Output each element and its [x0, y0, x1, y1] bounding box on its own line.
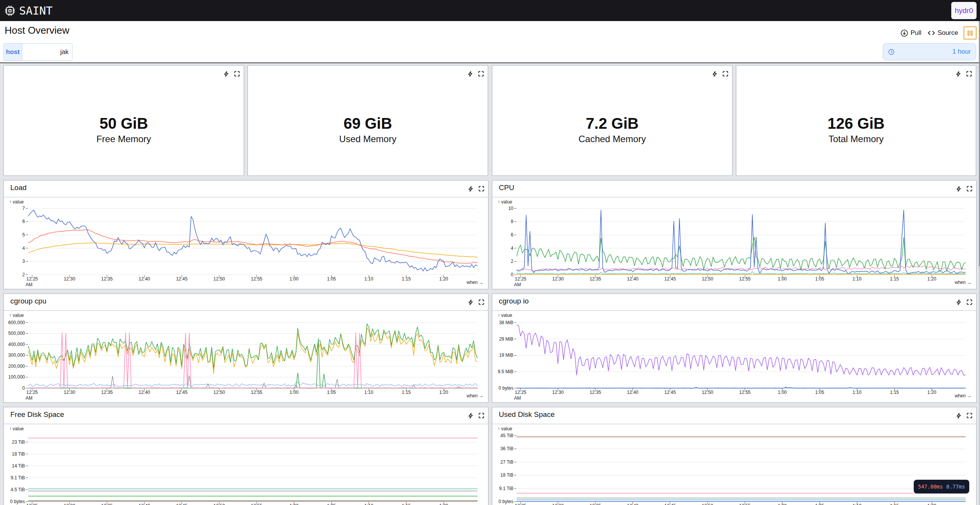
pause-button[interactable] [964, 26, 977, 39]
svg-text:↑ value: ↑ value [9, 426, 24, 431]
stat-content: 69 GiB Used Memory [248, 66, 488, 175]
svg-text:AM: AM [514, 395, 521, 401]
chart-canvas-load[interactable]: 23456712:25AM12:3012:3512:4012:4512:5012… [4, 197, 488, 289]
svg-text:12:30: 12:30 [64, 503, 75, 505]
svg-text:1:15: 1:15 [402, 503, 411, 505]
bolt-icon[interactable] [468, 186, 474, 192]
chart-canvas-free-disk[interactable]: 0 bytes4.5 TiB9.1 TiB14 TiB18 TiB23 TiB1… [4, 424, 488, 505]
expand-icon[interactable] [479, 413, 484, 418]
svg-text:9.1 TiB: 9.1 TiB [11, 475, 25, 480]
pull-button[interactable]: Pull [900, 29, 921, 37]
svg-text:12:35: 12:35 [590, 390, 601, 395]
pull-label: Pull [911, 29, 921, 37]
svg-text:1:10: 1:10 [852, 390, 862, 395]
svg-text:↑ value: ↑ value [498, 199, 512, 205]
stat-panel-free-memory: 50 GiB Free Memory [3, 65, 244, 176]
tooltip-value-2: 0.77ms [946, 484, 965, 490]
svg-text:6: 6 [511, 232, 513, 238]
stat-label: Total Memory [828, 134, 883, 144]
panel-title: CPU [499, 184, 514, 192]
svg-text:12:30: 12:30 [552, 503, 564, 505]
series-load1 [28, 210, 477, 271]
svg-text:when →: when → [466, 280, 483, 285]
svg-text:12:25: 12:25 [26, 390, 38, 395]
svg-text:12:35: 12:35 [101, 390, 113, 395]
bolt-icon[interactable] [956, 186, 962, 192]
time-range-picker[interactable]: 1 hour [883, 43, 976, 60]
svg-text:1:00: 1:00 [290, 276, 299, 282]
stat-value: 7.2 GiB [586, 116, 639, 131]
svg-text:1:05: 1:05 [815, 390, 824, 395]
host-filter: host [3, 43, 72, 61]
line-chart: 0100,000200,000300,000400,000500,000600,… [4, 310, 488, 403]
svg-text:12:25: 12:25 [515, 503, 526, 505]
svg-text:12:30: 12:30 [64, 276, 75, 282]
stat-content: 50 GiB Free Memory [4, 66, 244, 175]
panel-header: Free Disk Space [4, 407, 488, 424]
svg-text:9.5 MiB: 9.5 MiB [498, 369, 513, 374]
expand-icon[interactable] [967, 299, 972, 305]
svg-text:1:20: 1:20 [927, 503, 936, 505]
svg-text:1:10: 1:10 [364, 390, 374, 395]
bolt-icon[interactable] [956, 413, 962, 419]
svg-text:7: 7 [22, 206, 25, 211]
svg-text:12:40: 12:40 [139, 503, 150, 505]
app-name: SAINT [19, 4, 52, 17]
svg-text:↑ value: ↑ value [498, 426, 512, 431]
bolt-icon[interactable] [468, 413, 474, 419]
chart-panel-cpu: CPU 024681012:25AM12:3012:3512:4012:4512… [492, 180, 977, 289]
svg-text:1:15: 1:15 [402, 276, 411, 282]
svg-text:600,000: 600,000 [8, 320, 25, 325]
svg-text:1:05: 1:05 [815, 276, 824, 282]
svg-text:AM: AM [26, 282, 33, 287]
topbar: SAINT hydr0 [0, 0, 980, 21]
svg-text:1:20: 1:20 [439, 390, 448, 395]
svg-text:12:45: 12:45 [664, 503, 676, 505]
user-button[interactable]: hydr0 [951, 2, 977, 19]
chart-canvas-cgroup-io[interactable]: 0 bytes9.5 MiB19 MiB29 MiB38 MiB12:25AM1… [492, 310, 976, 403]
svg-text:12:55: 12:55 [251, 390, 262, 395]
svg-text:1:15: 1:15 [402, 390, 411, 395]
svg-text:when →: when → [954, 280, 972, 285]
chart-canvas-used-disk[interactable]: 0 bytes9.1 TiB18 TiB27 TiB36 TiB45 TiB12… [492, 424, 976, 505]
svg-text:2: 2 [22, 272, 25, 277]
chart-panel-cgroup-io: cgroup io 0 bytes9.5 MiB19 MiB29 MiB38 M… [492, 293, 977, 403]
chart-canvas-cpu[interactable]: 024681012:25AM12:3012:3512:4012:4512:501… [492, 197, 976, 289]
svg-text:0 bytes: 0 bytes [10, 499, 25, 504]
source-button[interactable]: Source [928, 29, 958, 37]
svg-text:1:00: 1:00 [290, 503, 299, 505]
chart-panel-load: Load 23456712:25AM12:3012:3512:4012:4512… [3, 180, 488, 289]
panel-title: cgroup cpu [10, 297, 46, 305]
expand-icon[interactable] [479, 299, 484, 305]
svg-text:12:50: 12:50 [702, 276, 713, 282]
bolt-icon[interactable] [956, 299, 962, 305]
svg-text:8: 8 [511, 219, 513, 224]
bolt-icon[interactable] [468, 299, 474, 305]
expand-icon[interactable] [967, 186, 972, 192]
svg-text:↑ value: ↑ value [9, 313, 24, 318]
panel-title: Free Disk Space [10, 410, 64, 419]
svg-text:0 bytes: 0 bytes [498, 385, 513, 391]
expand-icon[interactable] [479, 186, 484, 192]
svg-text:29 MiB: 29 MiB [499, 336, 513, 342]
panel-title: Used Disk Space [499, 410, 555, 419]
host-filter-input[interactable] [22, 44, 72, 61]
svg-text:1:00: 1:00 [290, 390, 299, 395]
svg-text:12:25: 12:25 [515, 276, 526, 282]
svg-text:100,000: 100,000 [8, 374, 25, 380]
stat-value: 126 GiB [828, 116, 885, 131]
stat-label: Used Memory [339, 134, 396, 144]
svg-text:0: 0 [511, 272, 513, 277]
chart-canvas-cgroup-cpu[interactable]: 0100,000200,000300,000400,000500,000600,… [4, 310, 488, 403]
svg-text:1:10: 1:10 [364, 503, 374, 505]
svg-text:1:15: 1:15 [890, 276, 899, 282]
series-init.scope [28, 382, 477, 387]
expand-icon[interactable] [967, 413, 972, 418]
svg-text:12:50: 12:50 [213, 503, 225, 505]
panel-header: cgroup io [492, 294, 976, 311]
svg-text:12:25: 12:25 [515, 390, 526, 395]
line-chart: 0 bytes9.5 MiB19 MiB29 MiB38 MiB12:25AM1… [492, 310, 976, 403]
svg-text:12:45: 12:45 [176, 503, 187, 505]
chart-panel-cgroup-cpu: cgroup cpu 0100,000200,000300,000400,000… [3, 293, 488, 403]
stat-value: 50 GiB [100, 116, 148, 131]
